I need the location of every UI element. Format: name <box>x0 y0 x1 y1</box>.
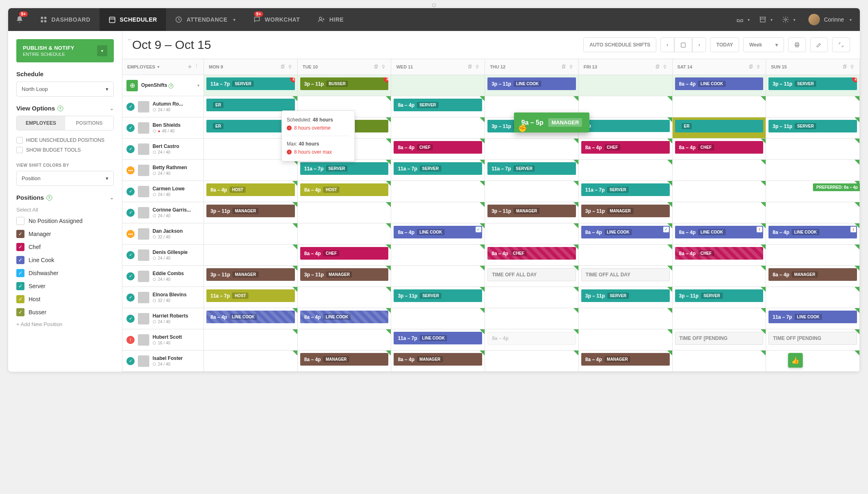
nav-dashboard[interactable]: DASHBOARD <box>31 8 100 31</box>
day-cell[interactable]: 11a – 7pSERVER2 <box>204 75 298 96</box>
shift-block[interactable]: 11a – 7pSERVER2 <box>206 77 295 90</box>
day-cell[interactable]: 11a – 7pHOST <box>204 287 298 308</box>
employee-row[interactable]: ✓Eddie Combs24 / 40 <box>122 266 204 287</box>
day-cell[interactable] <box>391 308 485 329</box>
shift-block[interactable]: 8a – 4pMANAGER <box>394 353 482 366</box>
employee-row[interactable]: ✓Isabel Foster24 / 40 <box>122 351 204 372</box>
day-cell[interactable] <box>485 139 579 160</box>
shift-block[interactable]: 3p – 11pMANAGER <box>487 205 576 217</box>
shift-block[interactable]: 8a – 4pLINE COOK <box>300 311 389 323</box>
employee-row[interactable]: !Hubert Scott16 / 40 <box>122 329 204 351</box>
day-cell[interactable]: TIME OFF ALL DAY <box>485 266 579 287</box>
day-cell[interactable]: 8a – 4pLINE COOK <box>673 75 766 96</box>
day-cell[interactable]: 8a – 4pCHEF <box>673 245 766 266</box>
day-cell[interactable] <box>673 351 766 372</box>
today-button[interactable]: TODAY <box>710 37 739 52</box>
day-cell[interactable] <box>485 287 579 308</box>
day-cell[interactable] <box>204 329 298 351</box>
shift-block[interactable]: 3p – 11pMANAGER <box>206 268 295 281</box>
shift-block[interactable]: ER <box>206 99 295 111</box>
day-cell[interactable] <box>673 160 766 181</box>
day-cell[interactable] <box>766 139 860 160</box>
shift-block[interactable]: 3p – 11pMANAGER <box>300 268 389 281</box>
shift-block[interactable]: 8a – 4pCHEF <box>300 247 389 260</box>
day-cell[interactable] <box>579 96 673 117</box>
add-position-link[interactable]: + Add New Position <box>16 319 114 330</box>
day-cell[interactable]: 8a – 4pMANAGER <box>298 351 392 372</box>
day-cell[interactable]: 3p – 11pSERVER <box>766 117 860 139</box>
day-cell[interactable] <box>673 202 766 223</box>
day-cell[interactable] <box>766 287 860 308</box>
day-cell[interactable] <box>579 308 673 329</box>
day-cell[interactable] <box>579 75 673 96</box>
pin-icon[interactable] <box>756 64 761 69</box>
notifications-button[interactable]: 9+ <box>8 8 31 31</box>
day-cell[interactable]: 8a – 4pMANAGER <box>766 266 860 287</box>
shift-block[interactable]: 3p – 11pSERVER <box>675 289 764 302</box>
day-cell[interactable]: 3p <box>579 117 673 139</box>
copy-icon[interactable] <box>655 64 660 69</box>
day-cell[interactable]: PREFERRED: 8a – 4p <box>766 181 860 202</box>
nav-scheduler[interactable]: SCHEDULER <box>100 8 166 31</box>
nav-attendance[interactable]: ATTENDANCE▾ <box>166 8 244 31</box>
calendar-button[interactable] <box>674 37 692 52</box>
day-cell[interactable]: 8a – 4pAT DOWNTO <box>485 329 579 351</box>
shift-block[interactable]: 8a – 4pLINE COOK! <box>675 226 764 238</box>
day-cell[interactable]: 8a – 4pCHEF <box>673 139 766 160</box>
day-cell[interactable]: TIME OFF [PENDING <box>673 329 766 351</box>
day-cell[interactable] <box>391 75 485 96</box>
shift-block[interactable]: 8a – 4pCHEF <box>394 141 482 154</box>
day-cell[interactable]: 8a – 4pLINE COOK <box>298 308 392 329</box>
fullscreen-button[interactable] <box>832 37 850 52</box>
pin-icon[interactable] <box>662 64 667 69</box>
day-cell[interactable]: 8a – 4pSERVER <box>391 96 485 117</box>
position-host[interactable]: ✓Host <box>16 293 114 306</box>
shift-block[interactable]: 8a – 4pCHEF <box>675 141 764 154</box>
shift-block[interactable]: 8a – 4pMANAGER <box>300 353 389 366</box>
colors-select[interactable]: Position▾ <box>16 171 114 186</box>
day-cell[interactable] <box>766 245 860 266</box>
shift-block[interactable]: TIME OFF [PENDING <box>675 332 764 345</box>
shift-block[interactable]: 8a – 4pLINE COOK <box>206 311 295 323</box>
add-icon[interactable]: + <box>188 63 192 71</box>
shift-block[interactable]: 8a – 4pLINE COOK✓ <box>581 226 670 238</box>
day-cell[interactable] <box>298 202 392 223</box>
day-cell[interactable]: 3p – 11pMANAGER <box>485 202 579 223</box>
day-cell[interactable]: 8a – 4pHOST <box>298 181 392 202</box>
shift-block[interactable]: 3p – 11pMANAGER <box>206 205 295 217</box>
day-cell[interactable]: 3p – 11pMANAGER <box>298 266 392 287</box>
shift-block[interactable]: 3p – 11pLINE COOK <box>487 77 576 90</box>
day-cell[interactable] <box>766 202 860 223</box>
day-cell[interactable]: 3p – 11pBUSSER3 <box>298 75 392 96</box>
collapse-icon[interactable]: ⌄ <box>110 195 114 201</box>
day-cell[interactable] <box>298 329 392 351</box>
day-cell[interactable]: 3p – 11pSERVER2 <box>766 75 860 96</box>
day-cell[interactable]: 11a – 7pSERVER <box>298 160 392 181</box>
day-cell[interactable]: 8a – 4pLINE COOK <box>204 308 298 329</box>
shift-block[interactable]: 3p – 11pMANAGER <box>581 205 670 217</box>
day-cell[interactable]: 8a – 4pLINE COOK! <box>766 223 860 245</box>
day-cell[interactable]: 3p – 11pSERVER <box>391 287 485 308</box>
employee-row[interactable]: •••Betty Rathmen24 / 40 <box>122 160 204 181</box>
day-cell[interactable]: 8a – 4pMANAGER <box>391 351 485 372</box>
shift-block[interactable]: 8a – 4pHOST <box>300 183 389 196</box>
help-icon[interactable]: ? <box>46 195 52 201</box>
day-cell[interactable]: 3p – 11pMANAGER <box>204 202 298 223</box>
inbox-button[interactable]: ▾ <box>732 8 755 31</box>
schedule-select[interactable]: North Loop▾ <box>16 82 114 97</box>
shift-block[interactable]: 8a – 4pMANAGER <box>768 268 857 281</box>
shift-block[interactable]: 11a – 7pLINE COOK <box>768 311 857 323</box>
copy-icon[interactable] <box>748 64 753 69</box>
shift-block[interactable]: ER <box>675 120 764 132</box>
copy-icon[interactable] <box>467 64 472 69</box>
collapse-icon[interactable]: ⌄ <box>110 106 114 111</box>
day-cell[interactable] <box>673 266 766 287</box>
prev-button[interactable]: ‹ <box>660 37 674 52</box>
shift-block[interactable]: TIME OFF ALL DAY <box>581 268 670 281</box>
shift-block[interactable]: 3p – 11pSERVER2 <box>768 77 857 90</box>
nav-hire[interactable]: HIRE <box>309 8 352 31</box>
day-cell[interactable] <box>391 202 485 223</box>
shift-block[interactable]: 8a – 4pCHEF <box>675 247 764 260</box>
position-busser[interactable]: ✓Busser <box>16 306 114 319</box>
shift-block[interactable]: 3p – 11pBUSSER3 <box>300 77 389 90</box>
